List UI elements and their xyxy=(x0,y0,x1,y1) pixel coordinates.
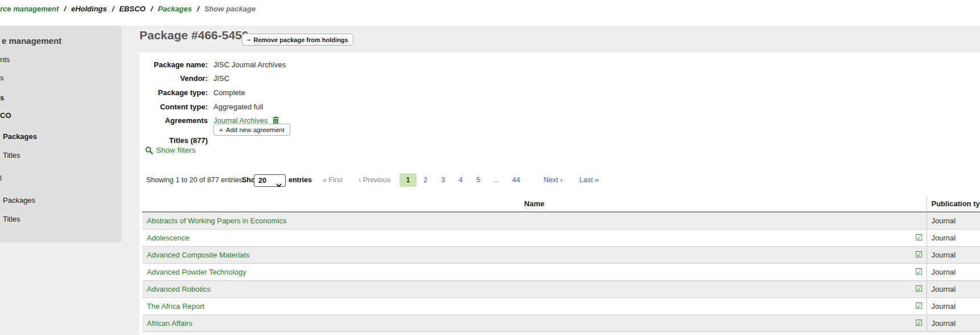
pagination-page[interactable]: 4 xyxy=(452,173,470,187)
titles-table: Name Publication type Abstracts of Worki… xyxy=(142,195,980,332)
detail-value: Aggregated full xyxy=(213,103,263,111)
breadcrumb-link[interactable]: EBSCO xyxy=(119,5,145,13)
table-row: Advanced Powder Technology☑Journal xyxy=(142,263,980,280)
show-filters-label: Show filters xyxy=(156,146,196,154)
sidebar-item-nts[interactable]: nts xyxy=(0,55,10,64)
remove-package-label: Remove package from holdings xyxy=(253,36,348,43)
publication-type-value: Journal xyxy=(927,314,980,332)
pagination-ellipsis: ... xyxy=(487,173,505,187)
sidebar-item-packages[interactable]: Packages xyxy=(3,196,35,205)
remove-package-button[interactable]: − Remove package from holdings xyxy=(242,34,353,46)
detail-row: Vendor:JISC xyxy=(139,72,286,86)
breadcrumb-bar: rce management/eHoldings/EBSCO/Packages/… xyxy=(0,0,980,26)
selected-check-icon: ☑ xyxy=(915,284,923,293)
selected-check-icon: ☑ xyxy=(915,301,923,310)
breadcrumb-link[interactable]: eHoldings xyxy=(71,5,107,13)
titles-count-label: Titles (877) xyxy=(139,136,208,145)
page-size-select-wrap: 20 xyxy=(254,174,286,186)
show-package-page: { "colors": { "accent_green": "#2e7d32",… xyxy=(0,0,980,335)
pagination-page-current[interactable]: 1 xyxy=(400,173,417,187)
pagination-next[interactable]: Next › xyxy=(543,173,562,187)
add-agreement-button[interactable]: + Add new agreement xyxy=(213,124,290,136)
entries-label: entries xyxy=(289,173,312,187)
breadcrumb-separator: / xyxy=(64,5,66,13)
detail-value: JISC xyxy=(213,74,229,83)
detail-row: Package name:JISC Journal Archives xyxy=(139,58,286,72)
pagination: Showing 1 to 20 of 877 entries Show 20 e… xyxy=(139,173,980,187)
column-header-name[interactable]: Name xyxy=(142,195,927,212)
selected-check-icon: ☑ xyxy=(915,250,923,259)
detail-value: JISC Journal Archives xyxy=(213,60,286,69)
entries-summary: Showing 1 to 20 of 877 entries xyxy=(146,173,242,187)
selected-check-icon: ☑ xyxy=(915,267,923,276)
pagination-page[interactable]: 3 xyxy=(434,173,452,187)
publication-type-value: Journal xyxy=(927,229,980,246)
pagination-first: « First xyxy=(323,173,343,187)
detail-label: Vendor: xyxy=(139,74,208,83)
sidebar-item-s[interactable]: s xyxy=(0,93,4,102)
page-title: Package #466-5456 xyxy=(139,28,249,42)
publication-type-value: Journal xyxy=(927,297,980,314)
search-icon xyxy=(145,146,153,154)
show-filters-link[interactable]: Show filters xyxy=(145,146,196,154)
title-link[interactable]: Adolescence xyxy=(147,234,189,242)
title-link[interactable]: The Africa Report xyxy=(147,302,204,311)
pagination-pages: 1 2345...44 xyxy=(400,173,528,187)
breadcrumb-link[interactable]: Packages xyxy=(158,5,192,13)
sidebar-heading[interactable]: e management xyxy=(2,36,61,46)
sidebar-item-titles[interactable]: Titles xyxy=(3,215,20,223)
title-link[interactable]: Advanced Powder Technology xyxy=(147,268,246,276)
breadcrumb-separator: / xyxy=(112,5,114,13)
table-header-row: Name Publication type xyxy=(142,195,980,212)
table-row: Advanced Robotics☑Journal xyxy=(142,280,980,297)
pagination-last[interactable]: Last » xyxy=(579,173,599,187)
sidebar-item-l[interactable]: l xyxy=(0,174,2,182)
detail-value: Complete xyxy=(213,88,245,97)
breadcrumb-separator: / xyxy=(151,5,153,13)
breadcrumb-separator: / xyxy=(197,5,199,13)
pagination-page[interactable]: 2 xyxy=(417,173,434,187)
table-row: Abstracts of Working Papers in Economics… xyxy=(142,212,980,229)
title-link[interactable]: Abstracts of Working Papers in Economics xyxy=(147,216,286,225)
table-row: Advanced Composite Materials☑Journal xyxy=(142,246,980,263)
breadcrumb: rce management/eHoldings/EBSCO/Packages/… xyxy=(0,5,256,13)
publication-type-value: Journal xyxy=(927,212,980,229)
publication-type-value: Journal xyxy=(927,246,980,263)
publication-type-value: Journal xyxy=(927,263,980,280)
title-link[interactable]: Advanced Robotics xyxy=(147,285,211,293)
page-size-select[interactable]: 20 xyxy=(254,174,286,187)
sidebar: e management ntsssCOPackagesTitleslPacka… xyxy=(0,26,122,242)
plus-icon: + xyxy=(219,126,223,133)
pagination-previous: ‹ Previous xyxy=(359,173,390,187)
table-row: Adolescence☑Journal xyxy=(142,229,980,246)
sidebar-item-co[interactable]: CO xyxy=(0,111,11,120)
table-row: African Affairs☑Journal xyxy=(142,314,980,332)
pagination-page[interactable]: 5 xyxy=(470,173,487,187)
sidebar-item-titles[interactable]: Titles xyxy=(3,151,20,160)
content-panel: Package name:JISC Journal ArchivesVendor… xyxy=(139,52,980,335)
detail-label: Content type: xyxy=(139,103,208,111)
publication-type-value: Journal xyxy=(927,280,980,297)
pagination-page[interactable]: 44 xyxy=(505,173,528,187)
selected-check-icon: ☑ xyxy=(915,233,923,242)
title-link[interactable]: Advanced Composite Materials xyxy=(147,251,249,259)
sidebar-item-s[interactable]: s xyxy=(0,73,4,82)
detail-label: Package name: xyxy=(139,60,208,69)
column-header-publication-type[interactable]: Publication type xyxy=(927,195,980,212)
agreements-label: Agreements xyxy=(139,116,208,125)
add-agreement-label: Add new agreement xyxy=(226,126,285,133)
detail-row: Package type:Complete xyxy=(139,85,286,100)
selected-check-icon: ☑ xyxy=(915,318,923,327)
package-details: Package name:JISC Journal ArchivesVendor… xyxy=(139,58,286,128)
title-link[interactable]: African Affairs xyxy=(147,319,192,328)
breadcrumb-link[interactable]: rce management xyxy=(0,5,59,13)
sidebar-item-packages[interactable]: Packages xyxy=(3,132,37,141)
minus-icon: − xyxy=(247,36,250,43)
table-row: The Africa Report☑Journal xyxy=(142,297,980,314)
detail-row: Content type:Aggregated full xyxy=(139,100,286,114)
detail-label: Package type: xyxy=(139,88,208,97)
breadcrumb-current: Show package xyxy=(204,5,256,13)
